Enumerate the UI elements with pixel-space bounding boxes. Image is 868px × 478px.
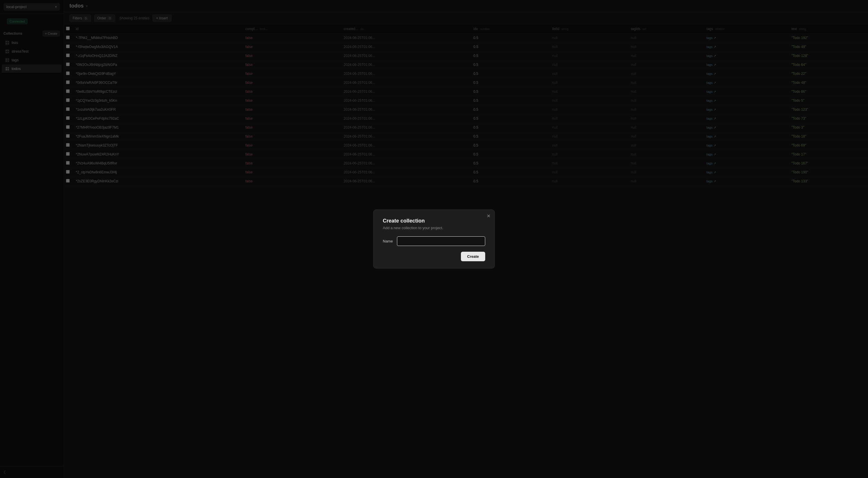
modal-overlay[interactable]: ✕ Create collection Add a new collection… <box>0 0 868 478</box>
modal-title: Create collection <box>383 218 485 224</box>
modal-actions: Create <box>383 252 485 261</box>
collection-name-input[interactable] <box>397 236 485 246</box>
create-collection-modal: ✕ Create collection Add a new collection… <box>373 209 495 269</box>
modal-subtitle: Add a new collection to your project. <box>383 226 485 230</box>
modal-create-button[interactable]: Create <box>461 252 485 261</box>
modal-close-button[interactable]: ✕ <box>487 214 490 218</box>
modal-form: Name <box>383 236 485 246</box>
name-label: Name <box>383 239 393 243</box>
